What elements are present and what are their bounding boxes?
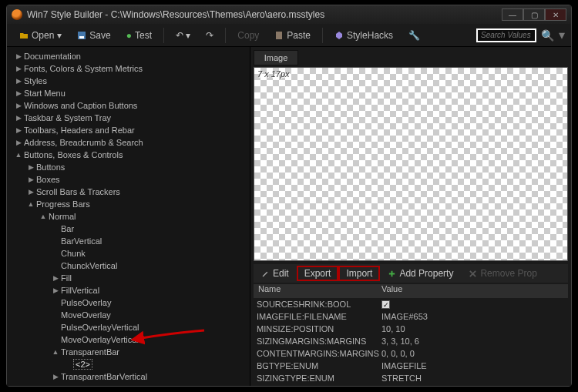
tree-item-bbc[interactable]: ▲Buttons, Boxes & Controls bbox=[7, 149, 250, 161]
search-icon[interactable]: 🔍 bbox=[541, 29, 554, 42]
tree-item-scroll[interactable]: ▶Scroll Bars & Trackers bbox=[7, 186, 250, 198]
checkbox-icon[interactable]: ✓ bbox=[381, 300, 390, 309]
tree-item-chunkv[interactable]: ChunckVertical bbox=[7, 260, 250, 272]
window-title: Win7 Style Builder - C:\Windows\Resource… bbox=[27, 9, 324, 20]
tree-item-startmenu[interactable]: ▶Start Menu bbox=[7, 87, 250, 99]
image-tab[interactable]: Image bbox=[254, 50, 298, 65]
tree-item-boxes[interactable]: ▶Boxes bbox=[7, 173, 250, 186]
tree-item-tbar[interactable]: ▲TransparentBar bbox=[7, 346, 250, 358]
tree-item-wincaption[interactable]: ▶Windows and Caption Buttons bbox=[7, 99, 250, 112]
undo-button[interactable]: ↶ ▾ bbox=[170, 28, 197, 43]
property-header: Name Value bbox=[254, 284, 568, 298]
tree-item-styles[interactable]: ▶Styles bbox=[7, 75, 250, 87]
col-value: Value bbox=[377, 284, 568, 298]
property-grid[interactable]: SOURCESHRINK:BOOL✓ IMAGEFILE:FILENAMEIMA… bbox=[254, 298, 568, 384]
tree-item-movev[interactable]: MoveOverlayVertical bbox=[7, 333, 250, 346]
prop-row[interactable]: MINSIZE:POSITION10, 10 bbox=[254, 323, 568, 335]
tree-item-chunk[interactable]: Chunk bbox=[7, 247, 250, 260]
svg-rect-2 bbox=[276, 32, 282, 39]
tree-item-tbar2-selected[interactable]: <2> bbox=[7, 358, 250, 370]
tree-item-documentation[interactable]: ▶Documentation bbox=[7, 50, 250, 62]
app-icon bbox=[12, 9, 22, 20]
open-button[interactable]: Open ▾ bbox=[13, 28, 68, 43]
remove-property-button: Remove Prop bbox=[461, 266, 544, 280]
search-input[interactable] bbox=[476, 28, 536, 42]
tree-item-progress[interactable]: ▲Progress Bars bbox=[7, 198, 250, 210]
image-preview[interactable]: 7 x 17px bbox=[254, 67, 568, 261]
redo-button[interactable]: ↷ bbox=[200, 28, 220, 43]
tree-item-tbarv[interactable]: ▶TransparentBarVertical bbox=[7, 370, 250, 383]
tree-item-toolbars[interactable]: ▶Toolbars, Headers and Rebar bbox=[7, 124, 250, 136]
tree-item-buttons[interactable]: ▶Buttons bbox=[7, 161, 250, 173]
import-button[interactable]: Import bbox=[338, 266, 380, 281]
edit-button[interactable]: Edit bbox=[254, 266, 297, 280]
search-dropdown-icon[interactable]: ▾ bbox=[559, 28, 565, 42]
tree-item-taskbar[interactable]: ▶Taskbar & System Tray bbox=[7, 112, 250, 124]
tree-item-move[interactable]: MoveOverlay bbox=[7, 309, 250, 321]
export-button[interactable]: Export bbox=[297, 266, 339, 281]
copy-button: Copy bbox=[231, 28, 265, 43]
test-button[interactable]: ●Test bbox=[120, 28, 158, 43]
tree-item-bar[interactable]: Bar bbox=[7, 223, 250, 235]
tree-item-fonts[interactable]: ▶Fonts, Colors & System Metrics bbox=[7, 62, 250, 75]
prop-row[interactable]: SIZINGTYPE:ENUMSTRETCH bbox=[254, 372, 568, 384]
main-toolbar: Open ▾ Save ●Test ↶ ▾ ↷ Copy Paste Style… bbox=[7, 24, 571, 47]
tree-item-barv[interactable]: BarVertical bbox=[7, 235, 250, 247]
prop-row[interactable]: CONTENTMARGINS:MARGINS0, 0, 0, 0 bbox=[254, 347, 568, 360]
add-property-button[interactable]: Add Property bbox=[380, 266, 461, 280]
prop-row[interactable]: SIZINGMARGINS:MARGINS3, 3, 10, 6 bbox=[254, 335, 568, 347]
prop-row[interactable]: IMAGEFILE:FILENAMEIMAGE#653 bbox=[254, 310, 568, 323]
settings-button[interactable]: 🔧 bbox=[402, 28, 426, 43]
right-pane: Image 7 x 17px Edit Export Import Add Pr… bbox=[250, 47, 571, 386]
property-toolbar: Edit Export Import Add Property Remove P… bbox=[254, 264, 568, 283]
titlebar[interactable]: Win7 Style Builder - C:\Windows\Resource… bbox=[7, 5, 571, 24]
tree-item-fillv[interactable]: ▶FillVertical bbox=[7, 284, 250, 297]
col-name: Name bbox=[254, 284, 377, 298]
prop-row[interactable]: SOURCESHRINK:BOOL✓ bbox=[254, 298, 568, 310]
save-button[interactable]: Save bbox=[71, 28, 116, 43]
minimize-button[interactable]: — bbox=[502, 8, 523, 21]
tree-item-pulse[interactable]: PulseOverlay bbox=[7, 297, 250, 309]
paste-button[interactable]: Paste bbox=[268, 28, 317, 43]
tree-item-pulsev[interactable]: PulseOverlayVertical bbox=[7, 321, 250, 333]
maximize-button[interactable]: ▢ bbox=[523, 8, 545, 21]
prop-row[interactable]: BGTYPE:ENUMIMAGEFILE bbox=[254, 360, 568, 372]
stylehacks-button[interactable]: StyleHacks bbox=[328, 28, 399, 43]
tree-pane[interactable]: ▶Documentation ▶Fonts, Colors & System M… bbox=[7, 47, 250, 386]
app-window: Win7 Style Builder - C:\Windows\Resource… bbox=[6, 5, 572, 387]
tree-item-fill[interactable]: ▶Fill bbox=[7, 272, 250, 284]
tree-item-address[interactable]: ▶Address, Breadcrumb & Search bbox=[7, 136, 250, 149]
tree-item-indet[interactable]: ▶Indeterminate bbox=[7, 383, 250, 386]
close-button[interactable]: ✕ bbox=[545, 8, 566, 21]
svg-rect-1 bbox=[79, 36, 84, 39]
tree-item-normal[interactable]: ▲Normal bbox=[7, 210, 250, 223]
image-dimensions: 7 x 17px bbox=[257, 69, 290, 79]
